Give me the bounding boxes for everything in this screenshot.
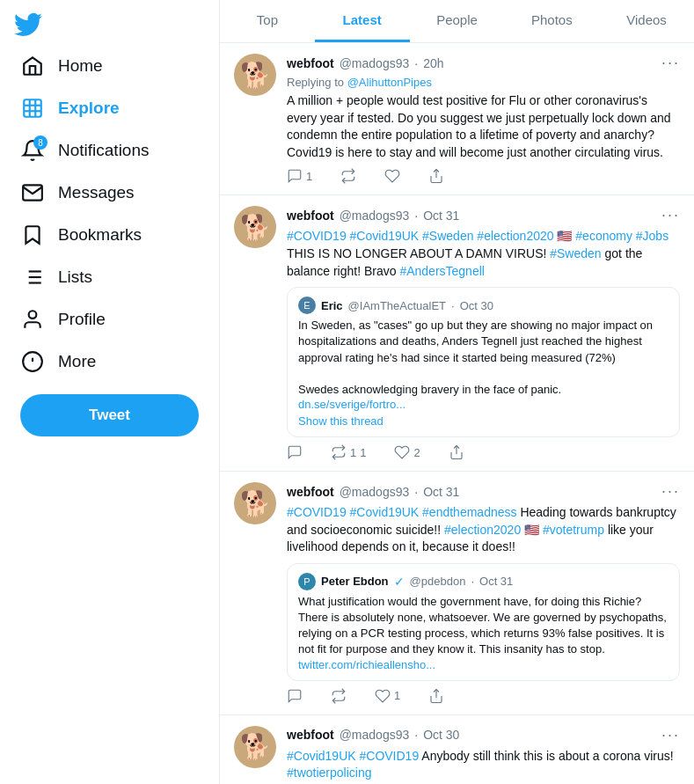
avatar: 🐕 [234,206,276,248]
share-action[interactable] [428,688,444,704]
tweet-content: webfoot @madogs93 · Oct 30 ··· #Covid19U… [287,726,680,784]
sidebar-item-bookmarks[interactable]: Bookmarks [11,215,208,255]
tweet-card[interactable]: 🐕 webfoot @madogs93 · Oct 30 ··· #Covid1… [220,715,694,784]
tab-top[interactable]: Top [220,0,315,42]
tweet-handle: @madogs93 [340,56,410,70]
more-icon [21,350,44,373]
tweet-button[interactable]: Tweet [20,394,199,436]
retweet-action[interactable]: 11 [331,444,366,460]
like-action[interactable]: 1 [375,688,400,704]
tweet-actions: 1 [287,688,680,704]
tweet-handle: @madogs93 [340,209,410,223]
sidebar-item-label-messages: Messages [58,183,135,202]
avatar: 🐕 [234,726,276,768]
tweet-time: Oct 30 [423,728,459,742]
tweet-content: webfoot @madogs93 · Oct 31 ··· #COVID19 … [287,206,680,460]
quote-author: Peter Ebdon [321,575,389,588]
tweet-options-button[interactable]: ··· [661,726,680,744]
sidebar-item-label-explore: Explore [58,99,120,118]
like-action[interactable]: 2 [394,444,420,460]
tweet-text: #Covid19UK #COVID19 Anybody still think … [287,748,680,782]
explore-icon [21,97,44,120]
reply-action[interactable]: 1 [287,168,312,184]
quote-author: Eric [321,299,343,312]
tweet-card[interactable]: 🐕 webfoot @madogs93 · 20h ··· Replying t… [220,43,694,195]
tweet-options-button[interactable]: ··· [661,482,680,501]
main-content: Top Latest People Photos Videos 🐕 webfoo… [220,0,694,784]
retweet-action[interactable] [340,168,356,184]
avatar: 🐕 [234,482,276,524]
sidebar-item-home[interactable]: Home [11,46,208,86]
sidebar-item-label-notifications: Notifications [58,141,150,160]
sidebar-item-label-home: Home [58,56,103,76]
sidebar-item-lists[interactable]: Lists [11,257,208,297]
quote-handle: @IAmTheActualET [348,299,446,312]
tweet-time: Oct 31 [423,209,459,223]
tweet-options-button[interactable]: ··· [661,54,680,72]
tweet-content: webfoot @madogs93 · Oct 31 ··· #COVID19 … [287,482,680,704]
sidebar-nav: Home Explore 8 Notifications Messages [11,46,208,384]
tweet-time: Oct 31 [423,485,459,499]
quote-link[interactable]: dn.se/sverige/fortro... [298,398,668,411]
tab-photos[interactable]: Photos [504,0,599,42]
quote-time: Oct 31 [479,575,513,588]
bookmarks-icon [21,223,44,246]
quote-text: What justification would the government … [298,594,668,658]
reply-action[interactable] [287,444,303,460]
quote-avatar: P [298,573,316,590]
tweet-card[interactable]: 🐕 webfoot @madogs93 · Oct 31 ··· #COVID1… [220,472,694,715]
reply-action[interactable] [287,688,303,704]
tweet-author: webfoot [287,728,334,742]
tweet-handle: @madogs93 [340,485,410,499]
reply-to: Replying to @AlihuttonPipes [287,76,680,89]
tweet-options-button[interactable]: ··· [661,206,680,224]
home-icon [21,55,44,77]
quote-time: Oct 30 [460,299,493,312]
retweet-action[interactable] [331,688,347,704]
tab-latest[interactable]: Latest [315,0,410,42]
tweet-header: webfoot @madogs93 · 20h ··· [287,54,680,72]
tweet-time: 20h [423,56,443,70]
sidebar-item-more[interactable]: More [11,341,208,382]
tweet-author: webfoot [287,485,334,499]
tweet-feed: 🐕 webfoot @madogs93 · 20h ··· Replying t… [220,43,694,784]
quote-avatar: E [298,297,316,314]
tweet-author: webfoot [287,56,334,70]
quote-tweet: P Peter Ebdon ✓ @pdebdon · Oct 31 What j… [287,563,680,681]
twitter-logo[interactable] [11,7,46,42]
sidebar-item-messages[interactable]: Messages [11,172,208,213]
sidebar-item-label-more: More [58,352,96,371]
tweet-card[interactable]: 🐕 webfoot @madogs93 · Oct 31 ··· #COVID1… [220,195,694,472]
tab-people[interactable]: People [410,0,505,42]
like-action[interactable] [384,168,400,184]
quote-text: In Sweden, as "cases" go up but they are… [298,318,668,398]
quote-header: P Peter Ebdon ✓ @pdebdon · Oct 31 [298,573,668,590]
share-action[interactable] [449,444,464,460]
quote-tweet: E Eric @IAmTheActualET · Oct 30 In Swede… [287,287,680,437]
verified-badge: ✓ [394,575,405,589]
tweet-text: A million + people would test positive f… [287,92,680,161]
sidebar-item-explore[interactable]: Explore [11,88,208,128]
messages-icon [21,181,44,204]
svg-point-11 [29,311,37,319]
avatar: 🐕 [234,54,276,96]
tweet-handle: @madogs93 [340,728,410,742]
tweet-author: webfoot [287,209,334,223]
svg-rect-0 [24,99,41,117]
sidebar-item-label-lists: Lists [58,267,92,287]
tab-videos[interactable]: Videos [599,0,694,42]
quote-link[interactable]: twitter.com/richieallensho... [298,658,668,671]
search-tabs: Top Latest People Photos Videos [220,0,694,43]
sidebar-item-profile[interactable]: Profile [11,299,208,340]
quote-header: E Eric @IAmTheActualET · Oct 30 [298,297,668,314]
show-thread-link[interactable]: Show this thread [298,414,668,428]
tweet-actions: 11 2 [287,444,680,460]
tweet-actions: 1 [287,168,680,184]
tweet-text: #COVID19 #Covid19UK #endthemadness Headi… [287,504,680,556]
share-action[interactable] [428,168,444,184]
sidebar-item-notifications[interactable]: 8 Notifications [11,130,208,171]
tweet-header: webfoot @madogs93 · Oct 31 ··· [287,206,680,224]
quote-handle: @pdebdon [410,575,466,588]
tweet-header: webfoot @madogs93 · Oct 30 ··· [287,726,680,744]
profile-icon [21,308,44,331]
